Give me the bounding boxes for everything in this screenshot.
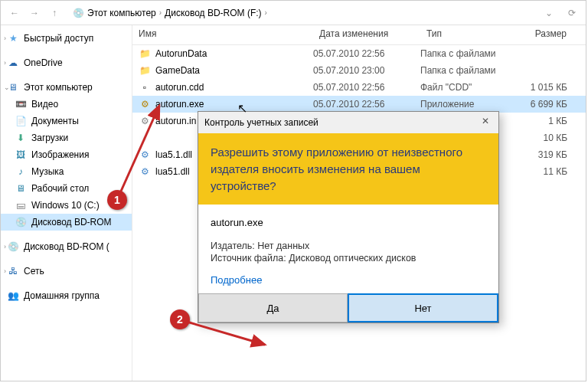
file-name: lua51.dll [155,166,190,177]
sidebar-item-label: Быстрый доступ [24,33,93,44]
chevron-right-icon: › [159,8,162,17]
callout-2: 2 [170,309,190,329]
yes-button[interactable]: Да [198,293,348,322]
drive-icon: 🖴 [15,199,27,211]
dropdown-button[interactable]: ⌄ [540,4,558,22]
sidebar-video[interactable]: 📼 Видео [1,96,132,113]
sidebar-item-label: OneDrive [24,57,63,68]
chevron-down-icon: ⌄ [4,83,10,91]
chevron-icon: › [4,34,6,42]
sidebar-item-label: Дисковод BD-ROM [31,217,112,228]
file-date: 05.07.2010 22:56 [313,48,420,59]
up-button[interactable]: ↑ [45,4,64,22]
file-row[interactable]: 📁AutorunData05.07.2010 22:56Папка с файл… [132,45,586,62]
back-button[interactable]: ← [5,4,24,22]
breadcrumb-root[interactable]: Этот компьютер [87,8,156,18]
sidebar-item-label: Windows 10 (C:) [31,200,100,211]
no-button[interactable]: Нет [348,293,498,322]
file-type: Файл "CDD" [420,82,512,93]
document-icon: 📄 [15,115,27,127]
uac-question: Разрешить этому приложению от неизвестно… [198,133,498,205]
sidebar-this-pc[interactable]: ⌄ 🖥 Этот компьютер [1,79,132,96]
sidebar-item-label: Сеть [24,266,44,277]
file-row[interactable]: ⚙autorun.exe05.07.2010 22:56Приложение6 … [132,96,586,113]
refresh-button[interactable]: ⟳ [563,4,581,22]
breadcrumb[interactable]: 💿 Этот компьютер › Дисковод BD-ROM (F:) … [68,5,535,21]
sidebar-item-label: Дисковод BD-ROM ( [24,241,109,252]
file-size: 1 КБ [512,116,573,126]
sidebar-item-label: Документы [31,116,79,126]
star-icon: ★ [7,32,19,44]
close-button[interactable]: ✕ [479,116,492,129]
network-icon: 🖧 [7,265,19,277]
sidebar-homegroup[interactable]: 👥 Домашняя группа [1,287,132,304]
sidebar-item-label: Видео [31,99,58,110]
sidebar-images[interactable]: 🖼 Изображения [1,146,132,163]
file-icon: ⚙ [139,165,151,178]
callout-1: 1 [107,190,127,210]
uac-source: Источник файла: Дисковод оптических диск… [211,253,486,264]
file-name: autorun.exe [155,99,204,110]
file-date: 05.07.2010 22:56 [313,99,420,110]
sidebar-item-label: Домашняя группа [24,290,100,301]
file-row[interactable]: ▫autorun.cdd05.07.2010 22:56Файл "CDD"1 … [132,79,586,96]
file-type: Папка с файлами [420,65,512,76]
sidebar-item-label: Этот компьютер [24,82,93,93]
chevron-icon: › [4,59,6,67]
file-date: 05.07.2010 23:00 [313,65,420,76]
file-icon: ▫ [139,81,151,93]
video-icon: 📼 [15,98,27,110]
file-icon: ⚙ [139,98,151,110]
sidebar-item-label: Музыка [31,166,64,177]
disc-icon: 💿 [7,241,19,253]
file-name: lua5.1.dll [155,149,192,160]
sidebar-downloads[interactable]: ⬇ Загрузки [1,129,132,146]
sidebar-onedrive[interactable]: › ☁ OneDrive [1,54,132,71]
file-size: 10 КБ [512,133,573,143]
chevron-icon: › [4,267,6,275]
file-size: 11 КБ [512,166,573,177]
sidebar-item-label: Изображения [31,149,89,160]
sidebar-bdrom2[interactable]: › 💿 Дисковод BD-ROM ( [1,238,132,255]
sidebar-item-label: Рабочий стол [31,183,89,194]
file-name: autorun.in [155,116,196,126]
col-size[interactable]: Размер [512,25,573,44]
file-icon: 📁 [139,47,151,60]
sidebar-network[interactable]: › 🖧 Сеть [1,263,132,280]
file-name: autorun.cdd [155,82,204,93]
sidebar-music[interactable]: ♪ Музыка [1,163,132,180]
sidebar-item-label: Загрузки [31,133,68,143]
file-date: 05.07.2010 22:56 [313,82,420,93]
file-name: AutorunData [155,48,207,59]
file-size: 319 КБ [512,149,573,160]
desktop-icon: 🖥 [15,182,27,195]
uac-title-text: Контроль учетных записей [204,117,318,128]
file-icon: ⚙ [139,115,151,127]
col-date[interactable]: Дата изменения [313,25,420,44]
image-icon: 🖼 [15,149,27,161]
chevron-icon: › [4,243,6,250]
col-type[interactable]: Тип [420,25,512,44]
file-icon: ▫ [139,132,151,144]
file-type: Приложение [420,99,512,110]
file-name: GameData [155,65,200,76]
chevron-right-icon: › [265,8,267,17]
uac-publisher: Издатель: Нет данных [211,241,486,251]
breadcrumb-drive[interactable]: Дисковод BD-ROM (F:) [165,8,262,18]
col-name[interactable]: Имя [132,25,313,44]
file-size: 1 015 КБ [512,82,573,93]
file-icon: 📁 [139,64,151,77]
sidebar-quick-access[interactable]: › ★ Быстрый доступ [1,30,132,47]
file-row[interactable]: 📁GameData05.07.2010 23:00Папка с файлами [132,62,586,79]
sidebar-documents[interactable]: 📄 Документы [1,113,132,129]
uac-more-link[interactable]: Подробнее [211,274,486,286]
forward-button[interactable]: → [25,4,44,22]
download-icon: ⬇ [15,132,27,144]
file-type: Папка с файлами [420,48,512,59]
sidebar-bdrom[interactable]: 💿 Дисковод BD-ROM [1,214,132,231]
cursor-icon: ↖ [237,101,247,116]
file-icon: ⚙ [139,149,151,161]
address-bar: ← → ↑ 💿 Этот компьютер › Дисковод BD-ROM… [1,1,586,25]
homegroup-icon: 👥 [7,290,19,302]
file-size: 6 699 КБ [512,99,573,110]
